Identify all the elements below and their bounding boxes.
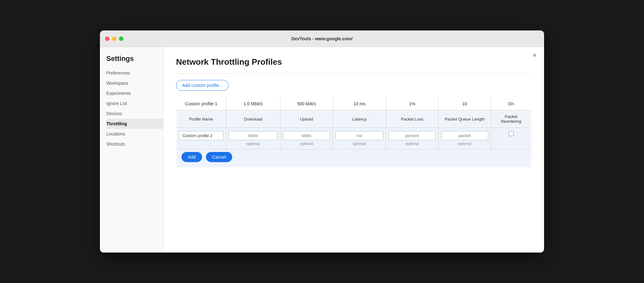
sidebar-item-ignore-list[interactable]: Ignore List: [106, 98, 163, 109]
sidebar-item-throttling[interactable]: Throttling: [106, 119, 163, 129]
close-window-button[interactable]: [105, 36, 109, 41]
download-hint: optional: [246, 142, 260, 146]
sidebar-item-devices[interactable]: Devices: [106, 109, 163, 119]
cancel-button[interactable]: Cancel: [206, 152, 233, 162]
sidebar-title: Settings: [106, 55, 163, 63]
existing-profile-name: Custom profile 1: [176, 97, 226, 110]
devtools-window: DevTools - www.google.com/ Settings Pref…: [100, 30, 544, 253]
header-latency: Latency: [333, 110, 386, 128]
packet-loss-input[interactable]: [389, 131, 436, 140]
input-cell-packet-queue: optional: [438, 128, 491, 149]
window-controls: [105, 36, 123, 41]
sidebar-item-shortcuts[interactable]: Shortcuts: [106, 139, 163, 149]
actions-row: Add Cancel: [176, 149, 531, 168]
minimize-window-button[interactable]: [112, 36, 116, 41]
input-cell-packet-reordering: [491, 128, 531, 149]
window-title: DevTools - www.google.com/: [292, 36, 353, 41]
input-cell-download: optional: [226, 128, 280, 149]
header-packet-loss: Packet Loss: [386, 110, 438, 128]
packet-loss-hint: optional: [405, 142, 419, 146]
existing-profile-latency: 10 ms: [333, 97, 386, 110]
sidebar-item-workspace[interactable]: Workspace: [106, 78, 163, 88]
profile-name-input[interactable]: [179, 131, 223, 140]
table-header-row: Profile Name Download Upload Latency Pac…: [176, 110, 531, 128]
header-download: Download: [226, 110, 280, 128]
existing-profile-row: Custom profile 1 1.0 Mbit/s 500 kbit/s 1…: [176, 97, 531, 110]
header-upload: Upload: [280, 110, 333, 128]
sidebar-item-locations[interactable]: Locations: [106, 129, 163, 139]
page-title: Network Throttling Profiles: [176, 57, 531, 67]
close-button[interactable]: ×: [533, 52, 536, 58]
add-custom-profile-button[interactable]: Add custom profile...: [176, 80, 229, 91]
divider: [176, 73, 531, 74]
upload-hint: optional: [300, 142, 313, 146]
main-content: × Network Throttling Profiles Add custom…: [163, 47, 544, 253]
input-cell-packet-loss: optional: [386, 128, 438, 149]
sidebar: Settings Preferences Workspace Experimen…: [100, 47, 163, 253]
header-profile-name: Profile Name: [176, 110, 226, 128]
input-cell-upload: optional: [280, 128, 333, 149]
upload-wrapper: optional: [283, 131, 330, 146]
sidebar-item-preferences[interactable]: Preferences: [106, 68, 163, 78]
input-cell-latency: optional: [333, 128, 386, 149]
existing-profile-packet-queue: 10: [438, 97, 491, 110]
add-button[interactable]: Add: [181, 152, 202, 162]
packet-queue-input[interactable]: [441, 131, 488, 140]
input-cell-name: [176, 128, 226, 149]
actions-cell: Add Cancel: [176, 149, 531, 168]
packet-reordering-checkbox[interactable]: [509, 131, 514, 136]
existing-profile-packet-reordering: On: [491, 97, 531, 110]
packet-queue-hint: optional: [458, 142, 471, 146]
download-input[interactable]: [229, 131, 278, 140]
profiles-table: Custom profile 1 1.0 Mbit/s 500 kbit/s 1…: [176, 97, 531, 168]
existing-profile-packet-loss: 1%: [386, 97, 438, 110]
header-packet-queue: Packet Queue Length: [438, 110, 491, 128]
header-packet-reordering: Packet Reordering: [491, 110, 531, 128]
latency-input[interactable]: [336, 131, 383, 140]
latency-wrapper: optional: [336, 131, 383, 146]
sidebar-item-experiments[interactable]: Experiments: [106, 88, 163, 98]
new-profile-input-row: optional optional optional: [176, 128, 531, 149]
titlebar: DevTools - www.google.com/: [100, 30, 544, 47]
packet-reordering-wrapper: [494, 131, 529, 136]
maximize-window-button[interactable]: [119, 36, 123, 41]
content-area: Settings Preferences Workspace Experimen…: [100, 47, 544, 253]
existing-profile-download: 1.0 Mbit/s: [226, 97, 280, 110]
packet-loss-wrapper: optional: [389, 131, 436, 146]
existing-profile-upload: 500 kbit/s: [280, 97, 333, 110]
packet-queue-wrapper: optional: [441, 131, 488, 146]
latency-hint: optional: [353, 142, 366, 146]
upload-input[interactable]: [283, 131, 330, 140]
download-wrapper: optional: [229, 131, 278, 146]
